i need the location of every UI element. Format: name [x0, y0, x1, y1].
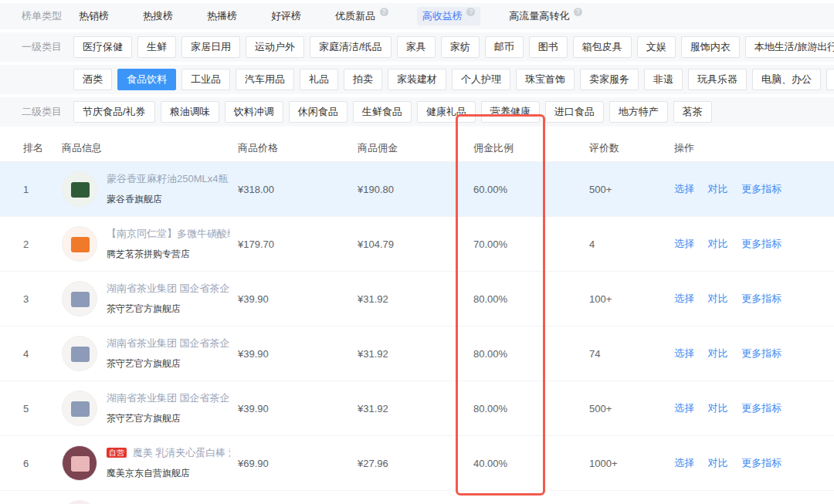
select-link[interactable]: 选择: [674, 457, 694, 468]
shop-name[interactable]: 蒙谷香旗舰店: [107, 193, 230, 206]
help-icon[interactable]: ?: [466, 8, 475, 16]
compare-link[interactable]: 对比: [708, 347, 728, 359]
shop-name[interactable]: 茶守艺官方旗舰店: [107, 357, 230, 370]
shop-name[interactable]: 茶守艺官方旗舰店: [107, 303, 230, 316]
category-button[interactable]: 服饰内衣: [681, 36, 740, 58]
category-button[interactable]: 电脑、办公: [752, 69, 821, 90]
subcategory-button[interactable]: 饮料冲调: [225, 101, 283, 123]
category-button[interactable]: 礼品: [300, 69, 338, 90]
category-button[interactable]: 箱包皮具: [573, 36, 632, 58]
subcategory-button[interactable]: 进口食品: [545, 101, 604, 123]
product-title-line: 自营 魔美 乳清夹心蛋白棒 混...: [107, 446, 230, 460]
product-image[interactable]: [62, 336, 97, 371]
category-button[interactable]: 家庭清洁/纸品: [310, 36, 392, 58]
column-header: 商品佣金: [358, 141, 473, 155]
product-image[interactable]: [62, 445, 97, 481]
subcategory-button[interactable]: 休闲食品: [289, 101, 348, 123]
product-image[interactable]: [62, 500, 97, 504]
list-type-tab[interactable]: 高流量高转化 ?: [503, 7, 588, 25]
category-button[interactable]: 食品饮料: [117, 69, 176, 90]
tab-label: 热销榜: [79, 10, 109, 22]
subcategory-button[interactable]: 营养健康: [481, 101, 540, 123]
table-row: 6 自营 魔美 乳清夹心蛋白棒 混... 魔美京东自营旗舰店 ¥69.90 ¥2…: [0, 436, 834, 491]
product-info: 湖南省茶业集团 国企省茶企花... 茶守艺官方旗舰店: [107, 282, 230, 316]
tab-label: 优质新品: [335, 10, 375, 22]
category-button[interactable]: 艺术品: [826, 69, 834, 90]
product-image[interactable]: [62, 226, 97, 262]
price-cell: ¥39.90: [238, 403, 358, 414]
product-title[interactable]: 湖南省茶业集团 国企省茶企花...: [107, 337, 230, 349]
category-button[interactable]: 汽车用品: [236, 69, 294, 90]
category-button[interactable]: 家居日用: [181, 36, 240, 58]
product-cell: 自营 魔美 乳清夹心蛋白棒 混... 魔美京东自营旗舰店: [62, 445, 238, 481]
category-button[interactable]: 玩具乐器: [688, 69, 747, 90]
column-header: 排名: [23, 141, 62, 155]
product-image[interactable]: [62, 281, 97, 316]
shop-name[interactable]: 茶守艺官方旗舰店: [107, 412, 230, 425]
category-button[interactable]: 非遗: [644, 69, 683, 90]
product-title[interactable]: 湖南省茶业集团 国企省茶企花...: [107, 282, 230, 294]
category-button[interactable]: 拍卖: [344, 69, 382, 90]
more-metrics-link[interactable]: 更多指标: [741, 457, 781, 468]
category-button[interactable]: 珠宝首饰: [516, 69, 575, 90]
subcategory-button[interactable]: 地方特产: [609, 101, 668, 123]
more-metrics-link[interactable]: 更多指标: [741, 183, 781, 194]
select-link[interactable]: 选择: [674, 293, 694, 304]
shop-name[interactable]: 腾芝茗茶拼购专营店: [107, 248, 230, 261]
more-metrics-link[interactable]: 更多指标: [741, 347, 781, 359]
actions-cell: 选择 对比 更多指标: [674, 182, 834, 196]
more-metrics-link[interactable]: 更多指标: [741, 402, 781, 414]
category-button[interactable]: 文娱: [637, 36, 676, 58]
filter-panel: 榜单类型 热销榜 热搜榜 热播榜 好评榜 优质新品 ?: [0, 0, 834, 127]
select-link[interactable]: 选择: [674, 183, 694, 194]
product-title[interactable]: 【南京同仁堂】多微牛磺酸维...: [107, 228, 230, 239]
category-button[interactable]: 酒类: [73, 69, 112, 90]
list-type-tab[interactable]: 热播榜: [202, 7, 242, 25]
category-button[interactable]: 图书: [529, 36, 568, 58]
subcategory-button[interactable]: 节庆食品/礼券: [73, 101, 155, 123]
category-button[interactable]: 医疗保健: [73, 36, 132, 58]
category-button[interactable]: 家具: [397, 36, 436, 58]
shop-name[interactable]: 魔美京东自营旗舰店: [107, 467, 230, 480]
select-link[interactable]: 选择: [674, 347, 694, 359]
product-title[interactable]: 湖南省茶业集团 国企省茶企花...: [107, 392, 230, 404]
product-title[interactable]: 魔美 乳清夹心蛋白棒 混...: [133, 447, 230, 458]
category-button[interactable]: 个人护理: [452, 69, 510, 90]
subcategory-button[interactable]: 茗茶: [673, 101, 712, 123]
compare-link[interactable]: 对比: [708, 457, 728, 468]
more-metrics-link[interactable]: 更多指标: [741, 238, 781, 249]
product-image-accent: [71, 237, 90, 252]
select-link[interactable]: 选择: [674, 402, 694, 414]
compare-link[interactable]: 对比: [708, 402, 728, 414]
category-button[interactable]: 运动户外: [246, 36, 304, 58]
category-button[interactable]: 家纺: [441, 36, 480, 58]
select-link[interactable]: 选择: [674, 238, 694, 249]
product-image[interactable]: [62, 171, 97, 207]
compare-link[interactable]: 对比: [708, 293, 728, 304]
compare-link[interactable]: 对比: [708, 183, 728, 194]
list-type-tab[interactable]: 优质新品 ?: [330, 7, 394, 25]
list-type-tab[interactable]: 高收益榜 ?: [417, 7, 481, 25]
actions-cell: 选择 对比 更多指标: [674, 292, 834, 306]
subcategory-button[interactable]: 粮油调味: [161, 101, 219, 123]
subcategory-button[interactable]: 生鲜食品: [353, 101, 412, 123]
help-icon[interactable]: ?: [574, 8, 582, 16]
category-button[interactable]: 本地生活/旅游出行: [745, 36, 834, 58]
compare-link[interactable]: 对比: [708, 238, 728, 249]
product-image-accent: [71, 401, 90, 417]
category-button[interactable]: 家装建材: [388, 69, 446, 90]
category-button[interactable]: 生鲜: [137, 36, 176, 58]
category-button[interactable]: 工业品: [181, 69, 230, 90]
list-type-tab[interactable]: 热搜榜: [137, 7, 178, 25]
list-type-tab[interactable]: 好评榜: [266, 7, 307, 25]
list-type-tab[interactable]: 热销榜: [73, 7, 114, 25]
level1-category-label: 一级类目: [22, 40, 62, 54]
product-title[interactable]: 蒙谷香亚麻籽油250MLx4瓶 ...: [107, 173, 230, 184]
category-button[interactable]: 邮币: [485, 36, 524, 58]
price-cell: ¥69.90: [238, 458, 358, 469]
product-image[interactable]: [62, 391, 97, 426]
subcategory-button[interactable]: 健康礼品: [417, 101, 476, 123]
category-button[interactable]: 卖家服务: [580, 69, 639, 90]
help-icon[interactable]: ?: [380, 8, 388, 16]
more-metrics-link[interactable]: 更多指标: [741, 293, 781, 304]
